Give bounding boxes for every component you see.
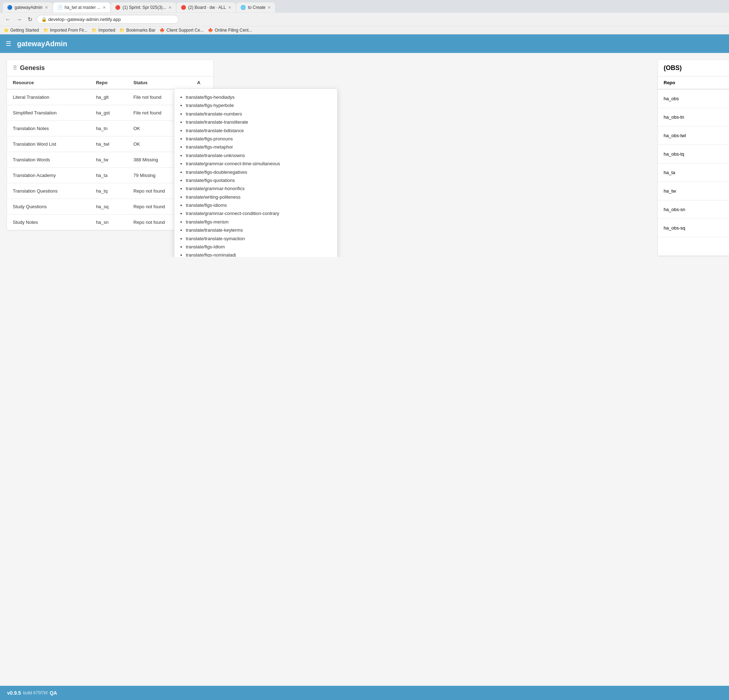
folder-icon — [91, 28, 97, 33]
cell-resource: Translation Notes — [7, 121, 90, 137]
tab-label: (2) Board · dw · ALL — [188, 5, 226, 10]
list-item: translate/figs-Idiom — [186, 243, 331, 251]
list-item: translate/figs-doublenegatives — [186, 168, 331, 176]
col-status: Status — [128, 76, 191, 89]
popup-overlay: translate/figs-hendiadystranslate/figs-h… — [174, 89, 337, 257]
table-row — [658, 237, 729, 256]
tab-ha-twl[interactable]: 📄 ha_twl at master ... ✕ — [53, 3, 110, 12]
bookmark-icon: ⭐ — [4, 28, 9, 33]
tab-create[interactable]: 🌐 to Create ✕ — [236, 3, 275, 12]
bookmark-label: Imported From Fir... — [50, 28, 87, 33]
refresh-button[interactable]: ↻ — [26, 15, 34, 23]
main-content: ⠿ Genesis Resource Repo Status A Literal… — [0, 53, 729, 257]
tab-board[interactable]: 🔴 (2) Board · dw · ALL ✕ — [177, 3, 235, 12]
col-resource: Resource — [7, 76, 90, 89]
browser-tabs: 🔵 gatewayAdmin ✕ 📄 ha_twl at master ... … — [0, 0, 729, 13]
browser-chrome: 🔵 gatewayAdmin ✕ 📄 ha_twl at master ... … — [0, 0, 729, 35]
list-item: translate/figs-hendiadys — [186, 93, 331, 101]
back-button[interactable]: ← — [4, 16, 12, 23]
list-item: translate/figs-quotations — [186, 176, 331, 184]
list-item: translate/figs-nominaladj — [186, 251, 331, 257]
cell-repo: ha_tn — [90, 121, 128, 137]
bookmark-bookmarks-bar[interactable]: Bookmarks Bar — [119, 28, 155, 33]
bookmark-online-filing[interactable]: Online Filing Cent... — [208, 28, 252, 33]
tab-label: gatewayAdmin — [15, 5, 43, 10]
genesis-title: Genesis — [20, 64, 45, 72]
list-item: translate/translate-symaction — [186, 235, 331, 243]
obs-title: (OBS) — [658, 60, 729, 76]
card-title: ⠿ Genesis — [7, 60, 213, 76]
tab-icon: 🔴 — [115, 5, 121, 10]
list-item: translate/translate-numbers — [186, 110, 331, 118]
col-repo: Repo — [90, 76, 128, 89]
list-item: translate/translate-keyterms — [186, 226, 331, 234]
cell-resource: Study Notes — [7, 215, 90, 230]
app-header: ☰ gatewayAdmin — [0, 35, 729, 53]
bookmark-label: Imported — [99, 28, 115, 33]
list-item: translate/translate-transliterate — [186, 118, 331, 126]
bookmark-label: Getting Started — [10, 28, 39, 33]
obs-col-repo: Repo — [658, 76, 729, 90]
cell-repo: ha_twl — [90, 137, 128, 152]
cell-resource: Simplified Translation — [7, 105, 90, 121]
tab-gatewayadmin[interactable]: 🔵 gatewayAdmin ✕ — [3, 3, 52, 12]
close-icon[interactable]: ✕ — [103, 5, 106, 10]
col-a: A — [192, 76, 213, 89]
lock-icon: 🔒 — [41, 17, 47, 22]
hamburger-menu-button[interactable]: ☰ — [6, 40, 12, 48]
cell-repo: ha_glt — [90, 89, 128, 105]
list-item: translate/grammar-honorifics — [186, 184, 331, 193]
drag-handle-icon[interactable]: ⠿ — [13, 65, 17, 71]
close-icon[interactable]: ✕ — [168, 5, 171, 10]
bookmark-label: Client Support Ce... — [166, 28, 203, 33]
browser-addressbar: ← → ↻ 🔒 develop--gateway-admin.netlify.a… — [0, 13, 729, 26]
list-item: translate/translate-unknowns — [186, 151, 331, 160]
cell-repo: ha_gst — [90, 105, 128, 121]
list-item: translate/writing-politeness — [186, 193, 331, 201]
folder-icon — [44, 28, 49, 33]
tab-sprint[interactable]: 🔴 (1) Sprint: Spr 025(3)... ✕ — [111, 3, 176, 12]
table-row: ha_tw — [658, 182, 729, 200]
close-icon[interactable]: ✕ — [228, 5, 231, 10]
bookmark-client-support[interactable]: Client Support Ce... — [160, 28, 203, 33]
table-row: ha_obs-tq — [658, 145, 729, 163]
tab-label: ha_twl at master ... — [65, 5, 100, 10]
obs-card: (OBS) Repo ha_obsha_obs-tnha_obs-twlha_o… — [658, 60, 729, 256]
cell-resource: Translation Questions — [7, 183, 90, 199]
cell-repo: ha_tq — [90, 183, 128, 199]
app-title: gatewayAdmin — [17, 40, 67, 48]
cell-resource: Study Questions — [7, 199, 90, 215]
forward-button[interactable]: → — [15, 16, 23, 23]
table-row: ha_ta — [658, 163, 729, 182]
list-item: translate/figs-pronouns — [186, 135, 331, 143]
table-row: ha_obs-twl — [658, 126, 729, 145]
cell-repo: ha_ta — [90, 168, 128, 183]
list-item: translate/figs-metaphor — [186, 143, 331, 151]
bookmark-imported[interactable]: Imported — [91, 28, 115, 33]
cell-resource: Literal Translation — [7, 89, 90, 105]
table-row: ha_obs-tn — [658, 108, 729, 126]
close-icon[interactable]: ✕ — [267, 5, 271, 10]
list-item: translate/grammar-connect-condition-cont… — [186, 209, 331, 218]
tab-label: to Create — [248, 5, 266, 10]
table-row: ha_obs — [658, 90, 729, 108]
cell-resource: Translation Academy — [7, 168, 90, 183]
bookmark-getting-started[interactable]: ⭐ Getting Started — [4, 28, 39, 33]
popup-list: translate/figs-hendiadystranslate/figs-h… — [174, 89, 337, 257]
tab-icon: 🔵 — [7, 5, 12, 10]
table-row: ha_obs-sn — [658, 200, 729, 219]
list-item: translate/grammar-connect-time-simultane… — [186, 160, 331, 168]
address-bar[interactable]: 🔒 develop--gateway-admin.netlify.app — [36, 15, 179, 24]
cell-repo: ha_sq — [90, 199, 128, 215]
tab-icon: 🌐 — [241, 5, 246, 10]
bookmark-label: Online Filing Cent... — [215, 28, 252, 33]
bookmark-imported-from-fir[interactable]: Imported From Fir... — [44, 28, 87, 33]
cell-resource: Translation Words — [7, 152, 90, 168]
list-item: translate/figs-idioms — [186, 201, 331, 209]
list-item: translate/figs-merism — [186, 218, 331, 226]
close-icon[interactable]: ✕ — [45, 5, 48, 10]
table-row: ha_obs-sq — [658, 219, 729, 237]
bookmarks-bar: ⭐ Getting Started Imported From Fir... I… — [0, 26, 729, 34]
tab-icon: 🔴 — [181, 5, 186, 10]
address-text: develop--gateway-admin.netlify.app — [48, 17, 121, 22]
